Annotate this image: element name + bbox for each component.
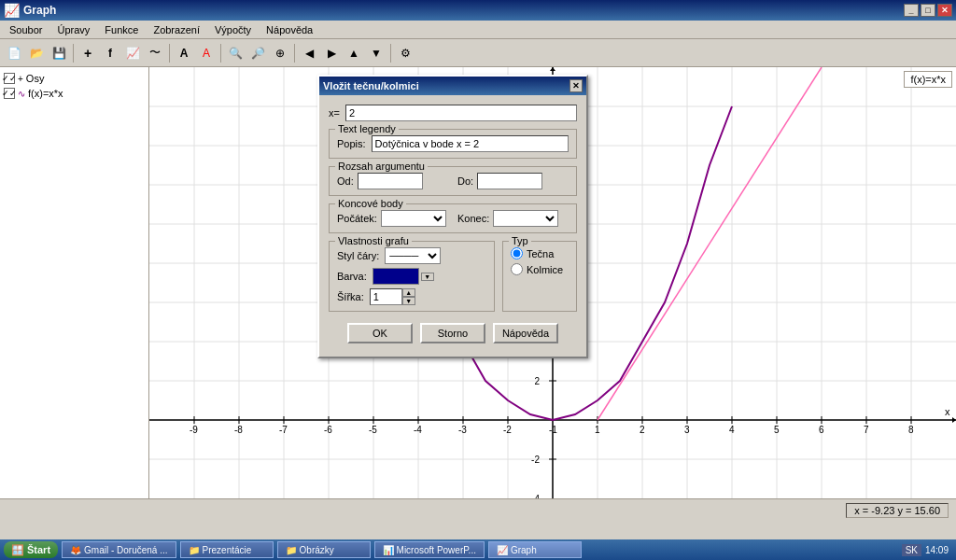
vlastnosti-group: Vlastnosti grafu Styl čáry: ──── Barva: — [329, 241, 495, 312]
dialog-titlebar: Vložit tečnu/kolmici ✕ — [319, 77, 586, 95]
sirka-spinbox: ▲ ▼ — [370, 288, 415, 305]
x-input[interactable] — [345, 105, 577, 121]
konec-half: Konec: — [457, 210, 569, 227]
od-input[interactable] — [358, 173, 423, 189]
tecna-label: Tečna — [527, 248, 554, 259]
konec-label: Konec: — [457, 213, 489, 224]
rozsah-row: Od: Do: — [337, 173, 569, 189]
kolmice-label: Kolmice — [527, 264, 563, 275]
tangent-dialog: Vložit tečnu/kolmici ✕ x= Text legendy P… — [317, 75, 588, 358]
typ-radio-group: Tečna Kolmice — [511, 247, 569, 275]
sirka-up-button[interactable]: ▲ — [402, 288, 415, 297]
napoveda-button[interactable]: Nápověda — [493, 323, 558, 343]
kolmice-row: Kolmice — [511, 263, 569, 275]
barva-picker: ▼ — [373, 268, 434, 285]
color-down-btn[interactable]: ▼ — [421, 273, 434, 281]
color-box[interactable] — [373, 268, 419, 285]
pocatek-label: Počátek: — [337, 213, 377, 224]
dialog-close-button[interactable]: ✕ — [569, 79, 583, 92]
rozsah-group-title: Rozsah argumentu — [335, 161, 428, 172]
kolmice-radio[interactable] — [511, 263, 523, 275]
dialog-buttons: OK Storno Nápověda — [329, 319, 577, 347]
popis-row: Popis: — [337, 135, 569, 152]
koncove-group-title: Koncové body — [335, 198, 406, 209]
do-input[interactable] — [477, 173, 542, 189]
color-arrow: ▼ — [421, 273, 434, 281]
pocatek-select[interactable] — [381, 210, 446, 227]
od-half: Od: — [337, 173, 448, 189]
barva-label: Barva: — [337, 271, 367, 282]
legend-group-inner: Popis: — [337, 135, 569, 152]
pocatek-half: Počátek: — [337, 210, 448, 227]
ok-button[interactable]: OK — [347, 323, 413, 343]
styl-label: Styl čáry: — [337, 250, 379, 261]
do-label: Do: — [457, 175, 473, 187]
dialog-title: Vložit tečnu/kolmici — [323, 80, 569, 91]
tecna-row: Tečna — [511, 247, 569, 259]
koncove-group-inner: Počátek: Konec: — [337, 210, 569, 227]
popis-label: Popis: — [337, 138, 366, 149]
rozsah-group-inner: Od: Do: — [337, 173, 569, 189]
typ-group: Typ Tečna Kolmice — [502, 241, 577, 312]
styl-select[interactable]: ──── — [385, 247, 441, 264]
tecna-radio[interactable] — [511, 247, 523, 259]
od-label: Od: — [337, 175, 354, 187]
rozsah-group: Rozsah argumentu Od: Do: — [329, 166, 577, 196]
vlastnosti-group-title: Vlastnosti grafu — [335, 235, 412, 246]
typ-group-title: Typ — [509, 235, 531, 246]
bottom-groups: Vlastnosti grafu Styl čáry: ──── Barva: — [329, 241, 577, 312]
barva-row: Barva: ▼ — [337, 268, 486, 285]
popis-input[interactable] — [372, 135, 569, 152]
koncove-row: Počátek: Konec: — [337, 210, 569, 227]
legend-group: Text legendy Popis: — [329, 129, 577, 159]
legend-group-title: Text legendy — [335, 123, 399, 134]
konec-select[interactable] — [493, 210, 558, 227]
dialog-body: x= Text legendy Popis: Rozsah argumentu — [319, 95, 586, 357]
sirka-label: Šířka: — [337, 291, 364, 302]
x-field-row: x= — [329, 105, 577, 121]
sirka-input[interactable] — [370, 288, 402, 305]
dialog-overlay: Vložit tečnu/kolmici ✕ x= Text legendy P… — [0, 0, 956, 560]
sirka-row: Šířka: ▲ ▼ — [337, 288, 486, 305]
koncove-group: Koncové body Počátek: Konec: — [329, 203, 577, 233]
x-label: x= — [329, 107, 340, 119]
do-half: Do: — [457, 173, 569, 189]
styl-row: Styl čáry: ──── — [337, 247, 486, 264]
sirka-down-button[interactable]: ▼ — [402, 297, 415, 305]
storno-button[interactable]: Storno — [420, 323, 485, 343]
sirka-spin-buttons: ▲ ▼ — [402, 288, 415, 305]
vlastnosti-group-inner: Styl čáry: ──── Barva: ▼ — [337, 247, 486, 305]
